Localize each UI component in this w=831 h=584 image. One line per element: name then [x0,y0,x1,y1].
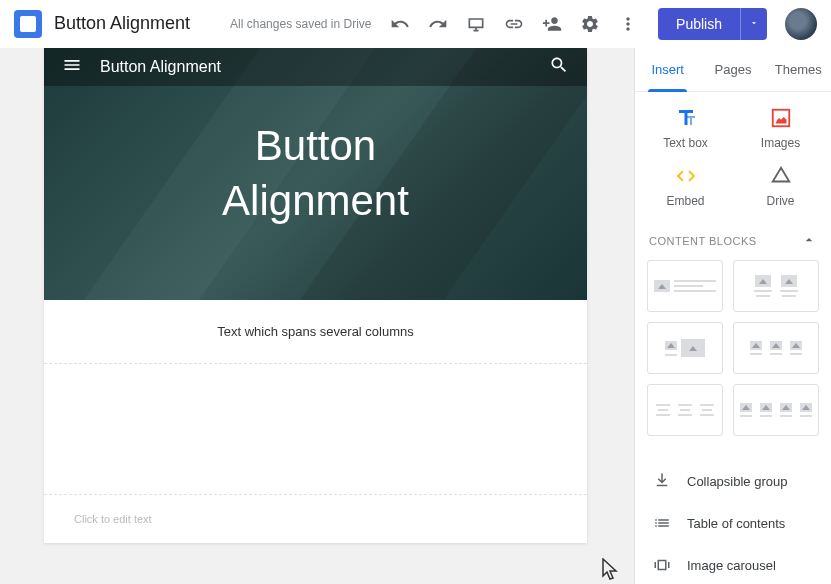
save-status-text: All changes saved in Drive [230,17,382,31]
tab-pages[interactable]: Pages [700,48,765,91]
redo-button[interactable] [420,6,456,42]
hero-section[interactable]: Button Alignment ButtonAlignment [44,48,587,300]
edit-text-placeholder[interactable]: Click to edit text [44,494,587,543]
embed-icon [674,164,698,188]
menu-icon[interactable] [62,55,82,79]
search-icon[interactable] [549,55,569,79]
document-title[interactable]: Button Alignment [54,13,190,34]
site-title[interactable]: Button Alignment [100,58,549,76]
content-block-6[interactable] [733,384,819,436]
insert-embed[interactable]: Embed [645,164,726,208]
insert-image-carousel[interactable]: Image carousel [635,544,831,584]
settings-button[interactable] [572,6,608,42]
drive-icon [769,164,793,188]
chevron-up-icon[interactable] [801,232,817,250]
undo-button[interactable] [382,6,418,42]
content-block-1[interactable] [647,260,723,312]
textbox-icon [674,106,698,130]
tab-themes[interactable]: Themes [766,48,831,91]
content-blocks-header: Content Blocks [649,235,757,247]
insert-collapsible-group[interactable]: Collapsible group [635,460,831,502]
user-avatar[interactable] [785,8,817,40]
svg-rect-1 [658,561,666,570]
tab-insert[interactable]: Insert [635,48,700,91]
svg-rect-0 [772,110,789,127]
section-text[interactable]: Text which spans several columns [44,300,587,363]
insert-textbox[interactable]: Text box [645,106,726,150]
content-block-5[interactable] [647,384,723,436]
preview-button[interactable] [458,6,494,42]
content-block-2[interactable] [733,260,819,312]
app-logo-icon[interactable] [14,10,42,38]
hero-title[interactable]: ButtonAlignment [222,119,409,228]
content-block-3[interactable] [647,322,723,374]
insert-drive[interactable]: Drive [740,164,821,208]
publish-dropdown-button[interactable] [740,8,767,40]
share-button[interactable] [534,6,570,42]
images-icon [769,106,793,130]
cursor-icon [602,558,620,584]
insert-images[interactable]: Images [740,106,821,150]
canvas-area[interactable]: Button Alignment ButtonAlignment Text wh… [0,48,634,584]
more-button[interactable] [610,6,646,42]
insert-table-of-contents[interactable]: Table of contents [635,502,831,544]
link-button[interactable] [496,6,532,42]
publish-button[interactable]: Publish [658,8,740,40]
content-block-4[interactable] [733,322,819,374]
